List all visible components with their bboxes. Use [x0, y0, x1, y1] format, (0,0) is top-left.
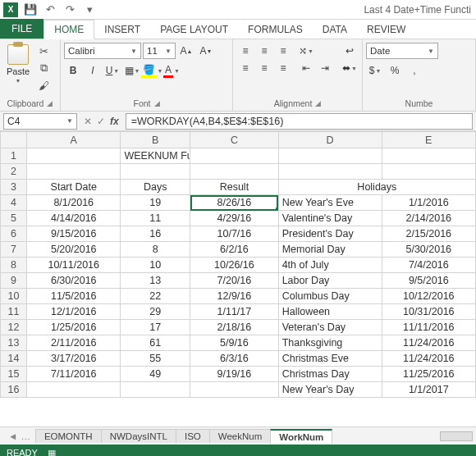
- cell[interactable]: [190, 164, 279, 180]
- align-middle-button[interactable]: ≡: [255, 43, 273, 59]
- cell[interactable]: 2/15/2016: [382, 226, 475, 242]
- font-size-combo[interactable]: 11▼: [143, 43, 176, 59]
- accounting-format-button[interactable]: $▼: [366, 62, 384, 79]
- tab-data[interactable]: DATA: [313, 21, 357, 39]
- header-cell[interactable]: Start Date: [27, 180, 121, 195]
- cut-button[interactable]: ✂: [34, 43, 53, 59]
- copy-button[interactable]: ⧉: [34, 60, 53, 76]
- cell[interactable]: 11/25/2016: [382, 367, 475, 382]
- cell[interactable]: 2/11/2016: [27, 335, 121, 351]
- cell[interactable]: 1/1/2016: [382, 195, 475, 211]
- row-header[interactable]: 15: [1, 367, 27, 382]
- cell[interactable]: 11/11/2016: [382, 320, 475, 335]
- cell[interactable]: Christmas Eve: [278, 351, 382, 367]
- sheet-tab-eomonth[interactable]: EOMONTH: [35, 429, 102, 443]
- align-top-button[interactable]: ≡: [236, 43, 254, 59]
- row-header[interactable]: 10: [1, 289, 27, 304]
- formula-input[interactable]: =WORKDAY(A4,B4,$E$4:$E$16): [126, 113, 473, 130]
- col-header-c[interactable]: C: [190, 132, 279, 148]
- cell[interactable]: 8/1/2016: [27, 195, 121, 211]
- font-name-combo[interactable]: Calibri▼: [64, 43, 141, 59]
- cell[interactable]: 1/1/2017: [382, 382, 475, 398]
- cell[interactable]: 61: [121, 335, 190, 351]
- row-header[interactable]: 11: [1, 304, 27, 320]
- align-right-button[interactable]: ≡: [274, 60, 292, 76]
- save-button[interactable]: 💾: [21, 2, 39, 18]
- font-color-button[interactable]: A▼: [162, 62, 181, 79]
- cell[interactable]: 5/20/2016: [27, 242, 121, 258]
- row-header[interactable]: 12: [1, 320, 27, 335]
- col-header-b[interactable]: B: [121, 132, 190, 148]
- qat-more-button[interactable]: ▾: [80, 2, 98, 18]
- cell[interactable]: 7/20/16: [190, 273, 279, 289]
- align-left-button[interactable]: ≡: [236, 60, 254, 76]
- row-header[interactable]: 6: [1, 226, 27, 242]
- decrease-font-button[interactable]: A▼: [197, 43, 215, 59]
- cell[interactable]: 11: [121, 211, 190, 226]
- row-header[interactable]: 16: [1, 382, 27, 398]
- horizontal-scrollbar[interactable]: [440, 431, 473, 441]
- cell[interactable]: 11/24/2016: [382, 351, 475, 367]
- cell[interactable]: [27, 148, 121, 164]
- sheet-tab-nwdaysintl[interactable]: NWDaysINTL: [101, 429, 176, 443]
- alignment-launcher-icon[interactable]: ◢: [315, 99, 321, 107]
- cell[interactable]: Christmas Day: [278, 367, 382, 382]
- select-all-corner[interactable]: [1, 132, 27, 148]
- increase-font-button[interactable]: A▲: [177, 43, 195, 59]
- tab-formulas[interactable]: FORMULAS: [238, 21, 313, 39]
- row-header[interactable]: 13: [1, 335, 27, 351]
- cell[interactable]: 10/7/16: [190, 226, 279, 242]
- cell[interactable]: New Year's Eve: [278, 195, 382, 211]
- cell[interactable]: [382, 164, 475, 180]
- title-cell[interactable]: WEEKNUM Function: [121, 148, 190, 164]
- cell[interactable]: Halloween: [278, 304, 382, 320]
- cell[interactable]: [382, 148, 475, 164]
- cell[interactable]: 3/17/2016: [27, 351, 121, 367]
- redo-button[interactable]: ↷: [61, 2, 79, 18]
- row-header[interactable]: 4: [1, 195, 27, 211]
- row-header[interactable]: 3: [1, 180, 27, 195]
- cell[interactable]: 4th of July: [278, 258, 382, 273]
- underline-button[interactable]: U▼: [103, 62, 121, 79]
- undo-button[interactable]: ↶: [41, 2, 59, 18]
- cell[interactable]: 1/11/17: [190, 304, 279, 320]
- cell[interactable]: 49: [121, 367, 190, 382]
- cell[interactable]: 19: [121, 195, 190, 211]
- cell[interactable]: 13: [121, 273, 190, 289]
- cell[interactable]: Thanksgiving: [278, 335, 382, 351]
- cell[interactable]: [121, 382, 190, 398]
- row-header[interactable]: 2: [1, 164, 27, 180]
- format-painter-button[interactable]: 🖌: [34, 77, 53, 93]
- tab-file[interactable]: FILE: [0, 19, 43, 39]
- header-cell[interactable]: Result: [190, 180, 279, 195]
- cell[interactable]: Columbus Day: [278, 289, 382, 304]
- accept-formula-button[interactable]: ✓: [97, 116, 105, 127]
- row-header[interactable]: 1: [1, 148, 27, 164]
- cancel-formula-button[interactable]: ✕: [84, 116, 92, 127]
- row-header[interactable]: 5: [1, 211, 27, 226]
- cell[interactable]: 5/30/2016: [382, 242, 475, 258]
- cell[interactable]: 10/26/16: [190, 258, 279, 273]
- cell[interactable]: [278, 148, 382, 164]
- bold-button[interactable]: B: [64, 62, 82, 79]
- spreadsheet-grid[interactable]: A B C D E 1WEEKNUM Function 2 3 Start Da…: [0, 131, 476, 426]
- fill-color-button[interactable]: 🪣▼: [143, 62, 161, 79]
- name-box[interactable]: C4▼: [3, 113, 77, 130]
- sheet-nav-prev[interactable]: ◄: [8, 431, 17, 441]
- cell[interactable]: 55: [121, 351, 190, 367]
- col-header-e[interactable]: E: [382, 132, 475, 148]
- cell[interactable]: [27, 382, 121, 398]
- cell[interactable]: 6/2/16: [190, 242, 279, 258]
- tab-review[interactable]: REVIEW: [357, 21, 415, 39]
- comma-format-button[interactable]: ,: [405, 62, 423, 79]
- cell[interactable]: [27, 164, 121, 180]
- cell[interactable]: [190, 148, 279, 164]
- cell[interactable]: 2/14/2016: [382, 211, 475, 226]
- decrease-indent-button[interactable]: ⇤: [297, 60, 315, 76]
- tab-page-layout[interactable]: PAGE LAYOUT: [150, 21, 238, 39]
- cell[interactable]: 17: [121, 320, 190, 335]
- cell[interactable]: [190, 382, 279, 398]
- insert-function-button[interactable]: fx: [110, 116, 119, 127]
- sheet-tab-worknum[interactable]: WorkNum: [270, 429, 332, 444]
- cell[interactable]: 12/9/16: [190, 289, 279, 304]
